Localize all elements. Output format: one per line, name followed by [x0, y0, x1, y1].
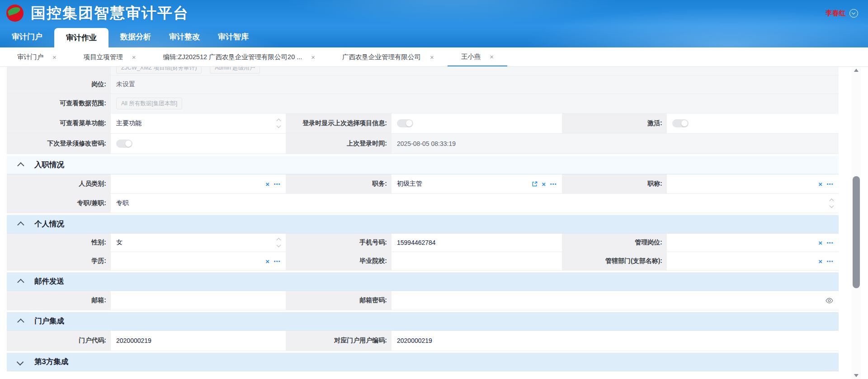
section-third-party[interactable]: 第3方集成	[7, 353, 839, 371]
doc-tab-project-setup[interactable]: 项目立项管理 ×	[70, 47, 150, 66]
select-arrows-icon[interactable]	[277, 119, 280, 127]
graduate-school-field[interactable]	[392, 252, 562, 270]
doc-tab-label: 审计门户	[17, 53, 43, 61]
clear-icon[interactable]: ×	[818, 181, 822, 187]
section-portal[interactable]: 门户集成	[7, 312, 839, 331]
clear-icon[interactable]: ×	[542, 181, 546, 187]
portal-user-code-field[interactable]: 2020000219	[392, 331, 839, 351]
collapse-icon[interactable]	[17, 162, 24, 169]
more-icon[interactable]: ⋯	[274, 181, 280, 187]
title-bar: 国控集团智慧审计平台 李春红	[0, 0, 868, 26]
nav-label: 审计门户	[12, 32, 42, 42]
doc-tab-label: 项目立项管理	[84, 53, 123, 61]
close-icon[interactable]: ×	[132, 54, 136, 61]
close-icon[interactable]: ×	[52, 54, 57, 61]
gender-select[interactable]: 女	[111, 234, 286, 252]
person-category-field[interactable]: × ⋯	[111, 174, 286, 193]
must-change-pwd-field	[111, 134, 286, 154]
close-icon[interactable]: ×	[430, 54, 434, 61]
scroll-down-icon[interactable]	[854, 374, 859, 377]
section-mail[interactable]: 邮件发送	[7, 272, 839, 291]
scrollbar-thumb[interactable]	[853, 176, 860, 288]
portal-code-field[interactable]: 2020000219	[111, 331, 286, 351]
data-scope-row: 可查看数据范围: All 所有数据[集团本部]	[7, 94, 839, 113]
education-field[interactable]: × ⋯	[111, 252, 286, 270]
prof-title-field[interactable]: × ⋯	[667, 174, 839, 193]
collapse-icon[interactable]	[17, 221, 24, 229]
activated-toggle[interactable]	[672, 119, 689, 127]
select-arrows-icon[interactable]	[277, 239, 280, 247]
person-category-row: 人员类别: × ⋯ 职务: 初级主管 × ⋯	[7, 174, 839, 194]
portal-code-row: 门户代码: 2020000219 对应门户用户编码: 2020000219	[7, 331, 839, 351]
more-icon[interactable]: ⋯	[826, 181, 833, 187]
duty-field[interactable]: 初级主管 × ⋯	[392, 174, 562, 193]
more-icon[interactable]: ⋯	[826, 258, 833, 265]
main-nav: 审计门户 审计作业 数据分析 审计整改 审计智库	[0, 26, 868, 47]
nav-item-audit-knowledge[interactable]: 审计智库	[212, 26, 255, 47]
collapse-icon[interactable]	[17, 318, 24, 326]
doc-tab-audit-portal[interactable]: 审计门户 ×	[4, 47, 70, 66]
close-icon[interactable]: ×	[490, 53, 494, 60]
post-row: 岗位: 未设置	[7, 75, 839, 94]
vertical-scrollbar[interactable]	[852, 67, 861, 379]
form-content: ZJCW_XMZ 项目组(财务审计) Admin 超级用户 岗位: 未设置 可查…	[0, 67, 868, 379]
email-field[interactable]	[111, 291, 286, 310]
data-scope-field: All 所有数据[集团本部]	[111, 94, 839, 113]
menu-functions-label: 可查看菜单功能:	[7, 113, 111, 133]
full-or-part-row: 专职/兼职: 专职	[7, 194, 839, 213]
portal-user-code-label: 对应门户用户编码:	[286, 331, 392, 351]
clear-icon[interactable]: ×	[265, 258, 269, 265]
nav-label: 审计整改	[169, 32, 200, 42]
last-login-value: 2025-08-05 08:33:19	[397, 140, 456, 147]
show-last-project-toggle[interactable]	[397, 119, 413, 127]
email-pwd-field[interactable]	[392, 291, 839, 310]
menu-functions-select[interactable]: 主要功能	[111, 113, 286, 133]
data-scope-label: 可查看数据范围:	[7, 94, 111, 113]
section-personal[interactable]: 个人情况	[7, 215, 839, 234]
nav-item-audit-rectify[interactable]: 审计整改	[163, 26, 206, 47]
eye-icon[interactable]	[826, 298, 833, 304]
last-login-label: 上次登录时间:	[286, 134, 392, 154]
roles-label-cell	[7, 67, 111, 75]
close-icon[interactable]: ×	[311, 54, 315, 61]
clear-icon[interactable]: ×	[818, 258, 822, 265]
section-onboarding[interactable]: 入职情况	[7, 156, 839, 174]
more-icon[interactable]: ⋯	[274, 258, 280, 265]
nav-item-audit-work[interactable]: 审计作业	[54, 28, 108, 47]
doc-tab-company[interactable]: 广西农垦企业管理有限公司 ×	[329, 47, 448, 66]
clear-icon[interactable]: ×	[818, 239, 822, 246]
user-menu[interactable]: 李春红	[826, 9, 858, 18]
more-icon[interactable]: ⋯	[550, 181, 557, 187]
chevron-down-icon[interactable]	[849, 9, 858, 18]
menu-functions-row: 可查看菜单功能: 主要功能 登录时显示上次选择项目信息: 激活:	[7, 113, 839, 134]
prof-title-label: 职称:	[562, 174, 667, 193]
roles-field: ZJCW_XMZ 项目组(财务审计) Admin 超级用户	[111, 67, 839, 75]
nav-item-data-analysis[interactable]: 数据分析	[114, 26, 157, 47]
more-icon[interactable]: ⋯	[826, 239, 833, 246]
mobile-field[interactable]: 15994462784	[392, 234, 562, 252]
duty-label: 职务:	[286, 174, 392, 193]
company-logo-icon	[6, 5, 24, 22]
expand-icon[interactable]	[17, 358, 24, 365]
collapse-icon[interactable]	[17, 279, 24, 286]
full-or-part-select[interactable]: 专职	[111, 194, 839, 213]
doc-tab-edit-project[interactable]: 编辑:ZJ202512 广西农垦企业管理有限公司20 ... ×	[150, 47, 329, 66]
dept-branch-field[interactable]: × ⋯	[667, 252, 839, 270]
gender-label: 性别:	[7, 234, 111, 252]
nav-item-audit-portal[interactable]: 审计门户	[5, 26, 49, 47]
last-login-field: 2025-08-05 08:33:19	[392, 134, 839, 154]
clear-icon[interactable]: ×	[265, 181, 269, 187]
menu-functions-value: 主要功能	[116, 119, 142, 127]
mgmt-post-field[interactable]: × ⋯	[667, 234, 839, 252]
user-name[interactable]: 李春红	[826, 9, 846, 18]
external-link-icon[interactable]	[532, 181, 538, 187]
user-detail-form: ZJCW_XMZ 项目组(财务审计) Admin 超级用户 岗位: 未设置 可查…	[7, 67, 839, 371]
scroll-up-icon[interactable]	[854, 69, 859, 72]
must-change-pwd-toggle[interactable]	[116, 140, 132, 148]
select-arrows-icon[interactable]	[830, 199, 833, 207]
email-label: 邮箱:	[7, 291, 111, 310]
post-field: 未设置	[111, 75, 839, 94]
doc-tab-wang-xiaoyan[interactable]: 王小燕 ×	[448, 47, 507, 66]
section-title: 入职情况	[34, 160, 64, 170]
full-or-part-label: 专职/兼职:	[7, 194, 111, 213]
